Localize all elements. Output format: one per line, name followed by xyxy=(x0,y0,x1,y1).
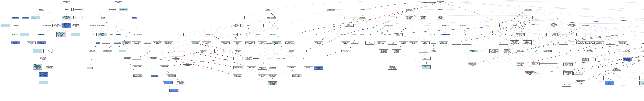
go-term-node[interactable]: peptide secretion xyxy=(124,57,131,59)
go-term-node[interactable]: enzyme binding xyxy=(12,25,19,26)
go-term-node[interactable]: establishment of protein localization xyxy=(191,41,200,44)
go-term-node[interactable]: nuclear lumen xyxy=(89,50,96,51)
go-term-node[interactable]: establishment of protein localization to… xyxy=(184,49,193,53)
go-term-node[interactable]: primary metabolic process xyxy=(554,16,563,19)
go-term-node[interactable]: protein localization to extracellular re… xyxy=(164,41,173,44)
go-term-node[interactable]: autophagy of mitochondrion xyxy=(422,57,430,60)
go-term-node[interactable]: negative regulation of secretion xyxy=(234,50,243,52)
go-term-node[interactable]: regulation of establishment of protein l… xyxy=(183,64,192,69)
go-term-node[interactable]: DNA binding xyxy=(38,33,44,35)
go-term-node[interactable]: enzyme-linked receptor protein signaling… xyxy=(379,49,388,53)
go-term-node[interactable]: regulation of peptide transport xyxy=(132,57,141,60)
go-term-node[interactable]: negative regulation of peptide hormone s… xyxy=(176,81,185,85)
go-term-node[interactable]: cell differentiation xyxy=(441,25,449,26)
go-term-node[interactable]: protein-containing complex xyxy=(119,8,128,11)
go-term-node[interactable]: neutral lipid biosynthetic process xyxy=(622,50,631,52)
go-term-node[interactable]: intracellular organelle xyxy=(97,25,106,26)
go-term-node[interactable]: aromatic compound biosynthetic process xyxy=(618,41,627,44)
go-term-node[interactable]: molecular function Srebf1 xyxy=(62,1,71,3)
go-term-node[interactable]: regulation of intracellular protein tran… xyxy=(258,66,267,70)
go-term-node[interactable]: negative regulation of biosynthetic proc… xyxy=(531,49,540,53)
go-term-node[interactable]: regulation of protein targeting to mitoc… xyxy=(268,82,277,85)
go-term-node[interactable]: regulation of cellular process xyxy=(375,24,384,27)
go-term-node[interactable]: signaling receptor activity xyxy=(74,16,82,19)
go-term-node[interactable]: cellular macromolecule localization xyxy=(232,24,240,27)
go-term-node[interactable]: organelle organization xyxy=(405,33,414,36)
go-term-node[interactable]: cellular component disassembly xyxy=(417,33,426,36)
go-term-node[interactable]: negative regulation of RNA biosynthetic … xyxy=(576,81,585,84)
go-term-node[interactable]: process utilizing autophagic mechanism xyxy=(418,16,427,19)
go-term-node[interactable]: circulatory system process xyxy=(365,24,374,27)
go-term-node[interactable]: positive regulation of biosynthetic proc… xyxy=(542,50,552,52)
go-term-node[interactable]: sequence-specific DNA binding xyxy=(37,41,46,44)
go-term-node[interactable]: membrane xyxy=(132,17,137,18)
go-term-node[interactable]: peptide hormone secretion xyxy=(160,65,169,68)
go-term-node[interactable]: bounding membrane of organelle xyxy=(132,41,141,44)
go-term-node[interactable]: DNA-binding transcription factor activit… xyxy=(62,16,71,19)
go-term-node[interactable]: negative regulation of signaling xyxy=(314,41,323,44)
go-term-node[interactable]: intracellular vesicle xyxy=(102,42,110,44)
go-term-node[interactable]: cellular lipid metabolic process xyxy=(576,33,586,36)
go-term-node[interactable]: positive regulation of cellular process xyxy=(430,33,439,36)
go-term-node[interactable]: endoplasmic reticulum xyxy=(122,41,131,44)
go-term-node[interactable]: acylglycerol metabolic process xyxy=(585,50,594,52)
go-term-node[interactable]: Golgi apparatus xyxy=(114,42,121,44)
go-term-node[interactable]: protein localization xyxy=(206,33,214,35)
go-term-node[interactable]: negative regulation of cellular metaboli… xyxy=(462,41,471,45)
go-term-node[interactable]: positive regulation of cellular biosynth… xyxy=(468,63,477,66)
go-term-node[interactable]: membrane-bounded organelle xyxy=(106,24,115,27)
go-term-node[interactable]: negative regulation of nucleobase-contai… xyxy=(503,49,512,53)
go-term-node[interactable]: RNA polymerase II transcription regulato… xyxy=(33,64,42,69)
go-term-node[interactable]: regulation of heart rate xyxy=(315,57,324,60)
go-term-node[interactable]: DNA-binding transcription activator acti… xyxy=(56,32,66,37)
go-term-node[interactable]: protein secretion xyxy=(150,57,157,59)
go-term-node[interactable]: binding xyxy=(40,9,44,10)
go-term-node[interactable]: signal transduction xyxy=(383,33,391,35)
go-term-node[interactable]: heart process xyxy=(360,33,366,35)
go-term-node[interactable]: negative regulation of macromolecule bio… xyxy=(581,58,590,61)
go-term-node[interactable]: nucleoplasm xyxy=(87,67,92,69)
go-term-node[interactable]: RNA polymerase II cis-regulatory region … xyxy=(39,73,48,77)
go-term-node[interactable]: regulation of metabolic process xyxy=(490,24,500,27)
go-term-node[interactable]: positive regulation of nucleobase-contai… xyxy=(490,49,498,53)
go-term-node[interactable]: positive regulation of macromolecule bio… xyxy=(564,63,572,66)
go-term-node[interactable]: regulation of protein targeting xyxy=(258,75,267,77)
go-term-node[interactable]: transcription cis-regulatory region bind… xyxy=(39,57,48,60)
go-term-node[interactable]: mitochondrial transport xyxy=(304,66,313,69)
go-term-node[interactable]: organelle xyxy=(101,17,106,18)
go-term-node[interactable]: negative regulation of nitrogen compound… xyxy=(510,40,519,45)
go-term-node[interactable]: organic substance transport xyxy=(153,41,162,44)
go-term-node[interactable]: regulation of protein localization xyxy=(220,41,230,44)
go-term-node[interactable]: regulation of cellular biosynthetic proc… xyxy=(516,50,525,52)
go-term-node[interactable]: cell communication xyxy=(385,25,393,26)
go-term-node[interactable]: organelle membrane xyxy=(133,33,142,35)
go-term-node[interactable]: regulation of blood circulation xyxy=(341,41,350,44)
go-term-node[interactable]: SREBP signaling pathway xyxy=(469,50,478,52)
go-term-node[interactable]: membrane-enclosed lumen xyxy=(89,16,98,19)
go-term-node[interactable]: nuclear receptor activity xyxy=(71,33,80,36)
go-term-node[interactable]: intracellular anatomical structure xyxy=(108,16,117,19)
go-term-node[interactable]: transcription coregulator binding xyxy=(20,33,29,36)
go-term-node[interactable]: negative regulation of protein transport xyxy=(247,66,256,69)
go-term-node[interactable]: positive regulation of triglyceride bios… xyxy=(605,81,614,85)
go-term-node[interactable]: heterocycle biosynthetic process xyxy=(586,41,594,44)
go-term-node[interactable]: regulation of macromolecule metabolic pr… xyxy=(559,41,568,45)
go-term-node[interactable]: cellular component Srebf1 xyxy=(114,1,123,3)
go-term-node[interactable]: multicellular organismal process xyxy=(358,8,367,11)
go-term-node[interactable]: cytoplasmic vesicle xyxy=(103,50,112,51)
go-term-node[interactable]: negative regulation of insulin secretion xyxy=(169,89,178,92)
go-term-node[interactable]: protein targeting xyxy=(269,67,276,69)
go-term-node[interactable]: regulation of localization xyxy=(277,24,286,27)
go-term-node[interactable]: regulation of cellular localization xyxy=(277,33,286,36)
go-term-node[interactable]: regulation of protein transport xyxy=(234,57,242,60)
go-term-node[interactable]: regulation of autophagy of mitochondrion xyxy=(422,65,430,69)
go-term-node[interactable]: DNA-binding transcription activator acti… xyxy=(52,24,62,27)
go-term-node[interactable]: regulation of cell communication xyxy=(368,33,377,36)
go-term-node[interactable]: heterocyclic compound binding xyxy=(53,16,62,19)
go-term-node[interactable]: positive regulation of biological proces… xyxy=(501,24,510,27)
go-term-node[interactable]: secretion xyxy=(233,33,237,35)
go-term-node[interactable]: export from cell xyxy=(255,33,262,35)
go-term-node[interactable]: protein-containing complex binding xyxy=(31,16,40,19)
go-term-node[interactable]: intracellular organelle lumen xyxy=(88,33,96,36)
go-term-node[interactable]: biosynthetic process xyxy=(581,25,590,26)
